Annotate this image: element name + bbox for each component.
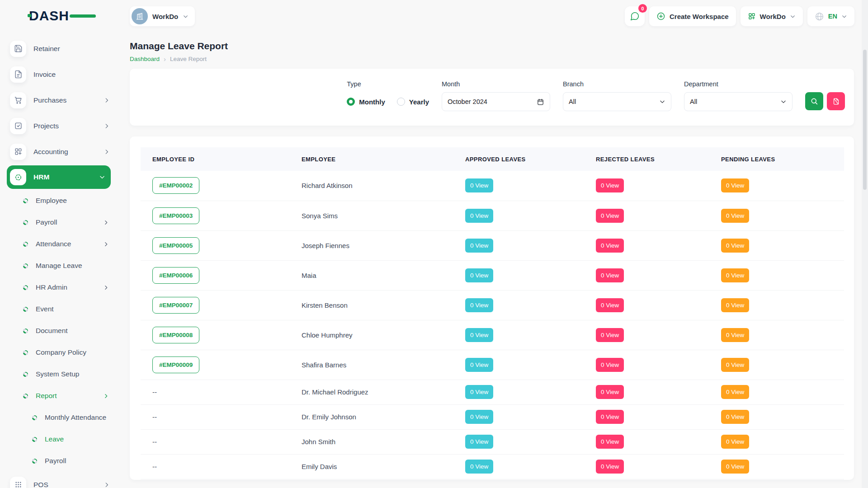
- sidebar-item-label: Accounting: [33, 148, 104, 156]
- sidebar-item-hr-admin[interactable]: HR Admin: [7, 277, 115, 298]
- table-row: #EMP00002 Richard Atkinson 0 View 0 View…: [141, 171, 844, 201]
- sidebar-subitem-label: Manage Leave: [36, 262, 109, 270]
- approved-leaves-view-button[interactable]: 0 View: [465, 239, 493, 253]
- language-selector[interactable]: EN: [807, 6, 854, 26]
- donut-bullet-icon: [23, 263, 28, 268]
- approved-leaves-view-button[interactable]: 0 View: [465, 435, 493, 449]
- sidebar-item-payroll-report[interactable]: Payroll: [7, 450, 115, 472]
- pending-leaves-view-button[interactable]: 0 View: [721, 435, 749, 449]
- employee-id-button[interactable]: #EMP00002: [152, 177, 199, 194]
- approved-leaves-view-button[interactable]: 0 View: [465, 410, 493, 424]
- sidebar-item-retainer[interactable]: Retainer: [7, 36, 115, 61]
- rejected-leaves-view-button[interactable]: 0 View: [596, 410, 624, 424]
- month-label: Month: [442, 80, 550, 88]
- sidebar-item-employee[interactable]: Employee: [7, 190, 115, 211]
- sidebar-item-payroll[interactable]: Payroll: [7, 211, 115, 233]
- workdo-menu-label: WorkDo: [760, 13, 786, 20]
- approved-leaves-view-button[interactable]: 0 View: [465, 178, 493, 192]
- table-row: #EMP00009 Shafira Barnes 0 View 0 View 0…: [141, 350, 844, 380]
- pending-leaves-view-button[interactable]: 0 View: [721, 385, 749, 399]
- radio-yearly[interactable]: Yearly: [397, 98, 429, 106]
- pending-leaves-view-button[interactable]: 0 View: [721, 298, 749, 312]
- approved-leaves-view-button[interactable]: 0 View: [465, 209, 493, 223]
- messages-button[interactable]: 0: [625, 6, 645, 26]
- chevron-right-icon: ›: [164, 56, 166, 62]
- rejected-leaves-view-button[interactable]: 0 View: [596, 298, 624, 312]
- sidebar-item-label: Retainer: [33, 45, 110, 53]
- sidebar-item-attendance[interactable]: Attendance: [7, 233, 115, 255]
- employee-id-button[interactable]: #EMP00006: [152, 267, 199, 284]
- sidebar-subitem-label: Report: [36, 392, 103, 400]
- approved-leaves-view-button[interactable]: 0 View: [465, 460, 493, 474]
- approved-leaves-view-button[interactable]: 0 View: [465, 385, 493, 399]
- sidebar-item-system-setup[interactable]: System Setup: [7, 363, 115, 385]
- sidebar-item-event[interactable]: Event: [7, 298, 115, 320]
- sidebar-item-document[interactable]: Document: [7, 320, 115, 342]
- workspace-selector[interactable]: WorkDo: [130, 6, 195, 26]
- sidebar-item-hrm[interactable]: HRM: [7, 165, 111, 189]
- sidebar-item-label: POS: [33, 481, 104, 488]
- approved-leaves-view-button[interactable]: 0 View: [465, 268, 493, 282]
- pending-leaves-view-button[interactable]: 0 View: [721, 328, 749, 342]
- page-scrollbar[interactable]: [862, 0, 868, 488]
- sidebar-subitem-label: Payroll: [45, 457, 109, 465]
- sidebar-item-monthly-attendance[interactable]: Monthly Attendance: [7, 407, 115, 428]
- scrollbar-thumb[interactable]: [863, 50, 867, 190]
- employee-id-button[interactable]: #EMP00007: [152, 297, 199, 314]
- pending-leaves-view-button[interactable]: 0 View: [721, 268, 749, 282]
- pending-leaves-view-button[interactable]: 0 View: [721, 239, 749, 253]
- employee-id-button[interactable]: #EMP00009: [152, 357, 199, 373]
- branch-select[interactable]: All: [563, 92, 671, 111]
- approved-leaves-view-button[interactable]: 0 View: [465, 358, 493, 372]
- language-code: EN: [828, 13, 837, 20]
- sidebar-item-company-policy[interactable]: Company Policy: [7, 342, 115, 363]
- donut-bullet-icon: [23, 394, 28, 399]
- approved-leaves-view-button[interactable]: 0 View: [465, 298, 493, 312]
- sidebar-item-purchases[interactable]: Purchases: [7, 87, 115, 113]
- pending-leaves-view-button[interactable]: 0 View: [721, 209, 749, 223]
- rejected-leaves-view-button[interactable]: 0 View: [596, 268, 624, 282]
- breadcrumb-dashboard-link[interactable]: Dashboard: [130, 56, 160, 62]
- rejected-leaves-view-button[interactable]: 0 View: [596, 460, 624, 474]
- rejected-leaves-view-button[interactable]: 0 View: [596, 178, 624, 192]
- rejected-leaves-view-button[interactable]: 0 View: [596, 239, 624, 253]
- sidebar-item-projects[interactable]: Projects: [7, 113, 115, 139]
- table-row: #EMP00006 Maia 0 View 0 View 0 View: [141, 260, 844, 290]
- sidebar-item-manage-leave[interactable]: Manage Leave: [7, 255, 115, 277]
- rejected-leaves-view-button[interactable]: 0 View: [596, 385, 624, 399]
- sidebar-subitem-label: Company Policy: [36, 348, 109, 357]
- donut-bullet-icon: [23, 328, 28, 333]
- sidebar-item-accounting[interactable]: Accounting: [7, 139, 115, 164]
- donut-bullet-icon: [23, 242, 28, 247]
- topbar-actions: 0 Create Workspace WorkDo EN: [625, 6, 854, 26]
- pending-leaves-view-button[interactable]: 0 View: [721, 358, 749, 372]
- rejected-leaves-view-button[interactable]: 0 View: [596, 209, 624, 223]
- month-filter: Month October 2024: [442, 80, 550, 126]
- employee-id-button[interactable]: #EMP00005: [152, 237, 199, 254]
- reset-filter-button[interactable]: [827, 92, 845, 110]
- sidebar-item-report[interactable]: Report: [7, 385, 115, 407]
- create-workspace-button[interactable]: Create Workspace: [649, 6, 736, 26]
- brand-logo[interactable]: DASH: [29, 8, 88, 23]
- pending-leaves-view-button[interactable]: 0 View: [721, 410, 749, 424]
- chevron-right-icon: [104, 482, 110, 488]
- search-button[interactable]: [805, 92, 823, 110]
- pending-leaves-view-button[interactable]: 0 View: [721, 460, 749, 474]
- employee-id-button[interactable]: #EMP00003: [152, 207, 199, 224]
- workdo-menu-button[interactable]: WorkDo: [741, 6, 803, 26]
- sidebar-item-invoice[interactable]: Invoice: [7, 61, 115, 87]
- approved-leaves-view-button[interactable]: 0 View: [465, 328, 493, 342]
- chevron-down-icon: [659, 99, 665, 105]
- pending-leaves-view-button[interactable]: 0 View: [721, 178, 749, 192]
- rejected-leaves-view-button[interactable]: 0 View: [596, 358, 624, 372]
- sidebar-subitem-label: Monthly Attendance: [45, 413, 109, 422]
- radio-monthly[interactable]: Monthly: [347, 98, 385, 106]
- employee-id-button[interactable]: #EMP00008: [152, 327, 199, 343]
- department-select[interactable]: All: [684, 92, 793, 111]
- rejected-leaves-view-button[interactable]: 0 View: [596, 328, 624, 342]
- table-row: -- Dr. Michael Rodriguez 0 View 0 View 0…: [141, 380, 844, 404]
- month-input[interactable]: October 2024: [442, 92, 550, 111]
- sidebar-item-pos[interactable]: POS: [7, 472, 115, 488]
- rejected-leaves-view-button[interactable]: 0 View: [596, 435, 624, 449]
- sidebar-item-leave-report[interactable]: Leave: [7, 428, 115, 450]
